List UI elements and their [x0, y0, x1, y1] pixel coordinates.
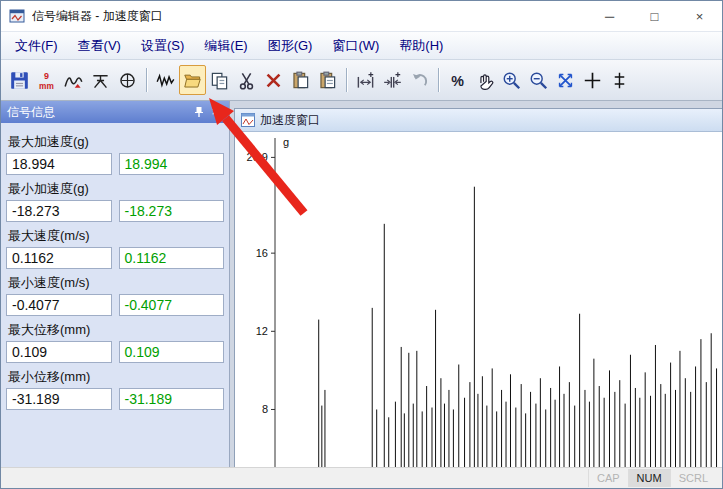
- crosshair-button[interactable]: [579, 65, 606, 95]
- svg-text:12: 12: [256, 325, 268, 337]
- time-domain-button[interactable]: [87, 65, 114, 95]
- percent-button[interactable]: %: [444, 65, 471, 95]
- fit-view-icon: [556, 71, 575, 90]
- stat-label-min-velocity: 最小速度(m/s): [6, 271, 224, 294]
- crosshair-icon: [583, 71, 602, 90]
- svg-text:8: 8: [262, 403, 268, 415]
- menu-bar: 文件(F) 查看(V) 设置(S) 编辑(E) 图形(G) 窗口(W) 帮助(H…: [1, 31, 722, 59]
- status-scrl: SCRL: [670, 469, 716, 487]
- waveform-button[interactable]: [152, 65, 179, 95]
- stat-label-max-velocity: 最大速度(m/s): [6, 224, 224, 247]
- toolbar-separator: [146, 68, 147, 92]
- stat-row: -31.189 -31.189: [6, 388, 224, 410]
- stat-row: -18.273 -18.273: [6, 200, 224, 222]
- child-window-title: 加速度窗口: [260, 112, 320, 129]
- compress-x-axis-icon: [383, 71, 402, 90]
- pin-icon[interactable]: [191, 104, 207, 120]
- paste-button[interactable]: [287, 65, 314, 95]
- stat-label-max-displacement: 最大位移(mm): [6, 318, 224, 341]
- stat-value2-min-velocity: -0.4077: [119, 294, 225, 316]
- paste-icon: [291, 71, 310, 90]
- stat-value-min-accel: -18.273: [6, 200, 112, 222]
- menu-window[interactable]: 窗口(W): [322, 32, 389, 60]
- minimize-button[interactable]: ─: [587, 1, 632, 31]
- stat-row: -0.4077 -0.4077: [6, 294, 224, 316]
- stat-value2-max-displacement: 0.109: [119, 341, 225, 363]
- copy-button[interactable]: [206, 65, 233, 95]
- window-title: 信号编辑器 - 加速度窗口: [32, 8, 587, 25]
- percent-icon: %: [448, 71, 467, 90]
- stat-label-max-accel: 最大加速度(g): [6, 130, 224, 153]
- cursor-tool-button[interactable]: [606, 65, 633, 95]
- menu-edit[interactable]: 编辑(E): [194, 32, 257, 60]
- zoom-out-icon: [529, 71, 548, 90]
- filter-button[interactable]: [60, 65, 87, 95]
- unit-convert-button[interactable]: 9mm: [33, 65, 60, 95]
- window-controls: ─ □ ×: [587, 1, 722, 31]
- status-num: NUM: [628, 469, 670, 487]
- stat-value-max-displacement: 0.109: [6, 341, 112, 363]
- title-bar: 信号编辑器 - 加速度窗口 ─ □ ×: [1, 1, 722, 31]
- svg-text:g: g: [283, 136, 289, 148]
- time-domain-icon: [91, 71, 110, 90]
- stat-label-min-accel: 最小加速度(g): [6, 177, 224, 200]
- menu-graph[interactable]: 图形(G): [258, 32, 323, 60]
- delete-button[interactable]: [260, 65, 287, 95]
- undo-button[interactable]: [406, 65, 433, 95]
- panel-close-icon[interactable]: ×: [207, 104, 223, 120]
- paste-special-button[interactable]: [314, 65, 341, 95]
- fit-view-button[interactable]: [552, 65, 579, 95]
- menu-help[interactable]: 帮助(H): [389, 32, 453, 60]
- zoom-out-button[interactable]: [525, 65, 552, 95]
- copy-icon: [210, 71, 229, 90]
- hand-icon: [475, 71, 494, 90]
- status-bar: CAP NUM SCRL: [1, 467, 722, 488]
- save-button[interactable]: [6, 65, 33, 95]
- cut-scissors-icon: [237, 71, 256, 90]
- acceleration-plot: g20.916128: [235, 132, 722, 467]
- zoom-in-icon: [502, 71, 521, 90]
- chart-window-icon: [241, 113, 255, 127]
- acceleration-chart[interactable]: g20.916128: [235, 132, 722, 467]
- unit-convert-icon: 9mm: [37, 71, 56, 90]
- undo-icon: [410, 71, 429, 90]
- close-button[interactable]: ×: [677, 1, 722, 31]
- toolbar-separator: [438, 68, 439, 92]
- maximize-button[interactable]: □: [632, 1, 677, 31]
- open-folder-icon: [183, 71, 202, 90]
- expand-x-axis-button[interactable]: [352, 65, 379, 95]
- main-area: 信号信息 × 最大加速度(g) 18.994 18.994 最小加速度(g) -…: [1, 101, 722, 467]
- stat-value-min-displacement: -31.189: [6, 388, 112, 410]
- cut-button[interactable]: [233, 65, 260, 95]
- filter-icon: [64, 71, 83, 90]
- signal-info-panel: 信号信息 × 最大加速度(g) 18.994 18.994 最小加速度(g) -…: [1, 101, 230, 467]
- zoom-in-button[interactable]: [498, 65, 525, 95]
- mdi-area: 加速度窗口 g20.916128: [230, 101, 722, 467]
- child-window-titlebar[interactable]: 加速度窗口: [235, 109, 722, 132]
- signal-stats: 最大加速度(g) 18.994 18.994 最小加速度(g) -18.273 …: [1, 123, 229, 419]
- menu-file[interactable]: 文件(F): [5, 32, 68, 60]
- acceleration-window: 加速度窗口 g20.916128: [234, 108, 722, 467]
- stat-row: 0.109 0.109: [6, 341, 224, 363]
- stat-row: 18.994 18.994: [6, 153, 224, 175]
- compress-x-axis-button[interactable]: [379, 65, 406, 95]
- paste-special-icon: [318, 71, 337, 90]
- stat-value-max-velocity: 0.1162: [6, 247, 112, 269]
- svg-text:mm: mm: [39, 80, 54, 89]
- toolbar: 9mm: [1, 59, 722, 101]
- frequency-domain-button[interactable]: [114, 65, 141, 95]
- menu-settings[interactable]: 设置(S): [131, 32, 194, 60]
- save-icon: [10, 71, 29, 90]
- panel-header: 信号信息 ×: [1, 101, 229, 123]
- stat-value2-max-accel: 18.994: [119, 153, 225, 175]
- stat-label-min-displacement: 最小位移(mm): [6, 365, 224, 388]
- expand-x-axis-icon: [356, 71, 375, 90]
- stat-value2-min-displacement: -31.189: [119, 388, 225, 410]
- open-file-button[interactable]: [179, 65, 206, 95]
- delete-x-icon: [264, 71, 283, 90]
- pan-button[interactable]: [471, 65, 498, 95]
- stat-value2-max-velocity: 0.1162: [119, 247, 225, 269]
- menu-view[interactable]: 查看(V): [68, 32, 131, 60]
- app-window: 信号编辑器 - 加速度窗口 ─ □ × 文件(F) 查看(V) 设置(S) 编辑…: [0, 0, 723, 489]
- svg-text:%: %: [451, 72, 464, 88]
